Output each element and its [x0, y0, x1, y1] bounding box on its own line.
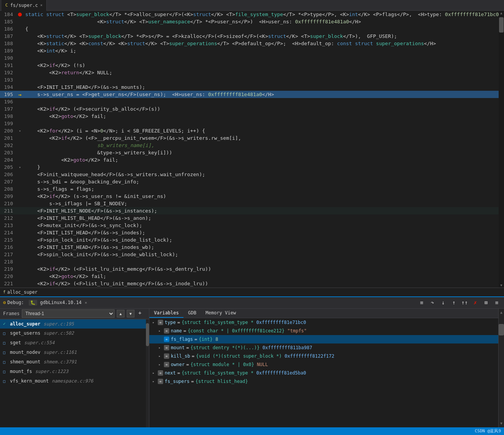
- code-content[interactable]: <K2>if</K2> (<F>list_lru_init_memcg</F>(…: [24, 280, 499, 287]
- debug-icon-menu[interactable]: ≡: [493, 298, 501, 307]
- code-row: 205▾ }: [0, 164, 499, 171]
- code-content[interactable]: <K2>return</K2> NULL;: [24, 69, 499, 76]
- code-content[interactable]: <F>INIT_HLIST_NODE</F>(&s->s_instances);: [24, 207, 499, 214]
- code-content[interactable]: <F>spin_lock_init</F>(&s->s_inode_list_l…: [24, 236, 499, 244]
- var-expand-icon[interactable]: ▸: [159, 344, 163, 352]
- scroll-up-btn[interactable]: ▲: [499, 309, 504, 316]
- var-item[interactable]: ▸=name={const char * | 0xffffffff81cee21…: [149, 327, 498, 335]
- debug-session-close[interactable]: ×: [85, 300, 87, 305]
- line-number: 191: [0, 62, 16, 69]
- thread-selector[interactable]: Thread-1: [22, 309, 115, 318]
- code-content[interactable]: [24, 76, 499, 83]
- code-content[interactable]: static struct <T>super_block</T> *<F>all…: [24, 11, 499, 18]
- code-content[interactable]: <F>INIT_HLIST_BL_HEAD</F>(&s->s_anon);: [24, 214, 499, 222]
- line-number: 215: [0, 236, 16, 244]
- frame-item[interactable]: □vfs_kern_mountnamespace.c:976: [0, 376, 149, 386]
- tab-variables[interactable]: Variables: [149, 309, 183, 318]
- frame-item[interactable]: □mount_nodevsuper.c:1161: [0, 348, 149, 357]
- code-content[interactable]: {: [24, 25, 499, 33]
- code-content[interactable]: <K2>goto</K2> fail;: [24, 273, 499, 280]
- var-item[interactable]: ▸=kill_sb={void (*)(struct super_block *…: [149, 352, 498, 360]
- frame-item[interactable]: □sgetsuper.c:554: [0, 338, 149, 348]
- code-content[interactable]: <K2>goto</K2> fail;: [24, 113, 499, 120]
- var-expand-icon[interactable]: ▸: [159, 327, 163, 335]
- code-content[interactable]: <F>spin_lock_init</F>(&s->s_inode_wblist…: [24, 251, 499, 258]
- code-row: 220 <K2>goto</K2> fail;: [0, 273, 499, 280]
- code-content[interactable]: <K2>goto</K2> fail;: [24, 156, 499, 164]
- code-row: 204 <K2>goto</K2> fail;: [0, 156, 499, 164]
- var-item[interactable]: ▸=owner={struct module * | 0x0} NULL: [149, 360, 498, 369]
- debug-icon-step-out[interactable]: ↑: [450, 298, 458, 307]
- breakpoint-dot[interactable]: [18, 13, 22, 16]
- fold-icon[interactable]: ▾: [19, 165, 21, 169]
- var-expand-icon[interactable]: ▸: [152, 319, 157, 326]
- tab-gdb[interactable]: GDB: [183, 309, 201, 318]
- tab-close-icon[interactable]: ×: [40, 3, 43, 7]
- tab-label: fs/super.c: [10, 3, 38, 8]
- var-expand-icon[interactable]: ▸: [159, 361, 163, 368]
- debug-icon-step-into[interactable]: ↓: [439, 298, 447, 307]
- var-item[interactable]: ▸=next={struct file_system_type * 0xffff…: [149, 369, 498, 377]
- debug-icon-grid[interactable]: ⊞: [482, 298, 490, 307]
- code-content[interactable]: <K2>for</K2> (i = <N>0</N>; i < SB_FREEZ…: [24, 127, 499, 134]
- debug-icon-stop[interactable]: ✗: [471, 298, 479, 307]
- code-content[interactable]: <K2>if</K2> (s->s_user_ns != &init_user_…: [24, 193, 499, 200]
- frame-add-btn[interactable]: +: [138, 310, 146, 317]
- frame-file: super.c:554: [24, 339, 54, 347]
- frame-item[interactable]: □mount_fssuper.c:1223: [0, 367, 149, 376]
- fold-icon[interactable]: ▾: [19, 129, 21, 133]
- code-content[interactable]: <F>INIT_LIST_HEAD</F>(&s->s_inodes_wb);: [24, 244, 499, 251]
- code-content[interactable]: [24, 98, 499, 105]
- code-content[interactable]: s->s_iflags |= SB_I_NODEV;: [24, 200, 499, 207]
- code-content[interactable]: s->s_bdi = &noop_backing_dev_info;: [24, 178, 499, 185]
- code-content[interactable]: s->s_user_ns = <F>get_user_ns</F>(user_n…: [24, 91, 499, 98]
- scroll-thumb[interactable]: [499, 324, 504, 335]
- code-content[interactable]: [24, 54, 499, 62]
- code-content[interactable]: [24, 120, 499, 127]
- code-content[interactable]: <K2>goto</K2> fail;: [24, 287, 499, 288]
- code-content[interactable]: <K2>if</K2> (<F>security_sb_alloc</F>(s)…: [24, 105, 499, 113]
- tab-memory-view[interactable]: Memory View: [201, 309, 241, 318]
- scroll-down-btn[interactable]: ▼: [499, 420, 504, 427]
- var-expand-icon[interactable]: ▸: [152, 378, 157, 385]
- editor-scrollbar[interactable]: ▲ ▼: [499, 11, 504, 288]
- code-content[interactable]: <K2>if</K2> (<F>list_lru_init_memcg</F>(…: [24, 265, 499, 273]
- code-content[interactable]: }: [24, 164, 499, 171]
- code-content[interactable]: <F>INIT_LIST_HEAD</F>(&s->s_mounts);: [24, 83, 499, 91]
- frame-file: super.c:1223: [35, 368, 69, 375]
- code-content[interactable]: s->s_flags = flags;: [24, 185, 499, 193]
- code-content[interactable]: &type->s_writers_key[i])): [24, 149, 499, 156]
- code-content[interactable]: <F>INIT_LIST_HEAD</F>(&s->s_inodes);: [24, 229, 499, 236]
- code-content[interactable]: <K>static</K> <K>const</K> <K>struct</K>…: [24, 40, 499, 47]
- code-row: 189 <K>int</K> i;: [0, 47, 499, 54]
- file-tab[interactable]: C fs/super.c ×: [2, 0, 47, 11]
- var-item[interactable]: ▸=mount={struct dentry *(*)(...)} 0xffff…: [149, 343, 498, 352]
- code-content[interactable]: <K>struct</K> <T>user_namespace</T> *<P>…: [24, 18, 499, 25]
- frame-nav-up[interactable]: ▲: [117, 310, 124, 317]
- code-content[interactable]: <K>struct</K> <T>super_block</T> *<P>s</…: [24, 33, 499, 40]
- code-content[interactable]: <K2>if</K2> (<F>__percpu_init_rwsem</F>(…: [24, 134, 499, 142]
- var-item[interactable]: =fs_flags={int} 8: [149, 335, 498, 343]
- debug-icon-step-over[interactable]: ↷: [428, 298, 437, 307]
- var-item[interactable]: ▸=fs_supers={struct hlist_head}: [149, 377, 498, 386]
- gutter-cell: [16, 76, 24, 83]
- debug-icon-continue[interactable]: ↑↑: [460, 298, 469, 307]
- var-item[interactable]: ▸=type={struct file_system_type * 0xffff…: [149, 318, 498, 327]
- code-row: 202 sb_writers_name[i],: [0, 142, 499, 149]
- frame-item[interactable]: ✓alloc_supersuper.c:195: [0, 319, 149, 329]
- code-content[interactable]: <K2>if</K2> (!s): [24, 62, 499, 69]
- code-content[interactable]: [24, 258, 499, 265]
- frame-active-indicator: □: [3, 329, 8, 337]
- debug-icon-frames[interactable]: ≡: [417, 298, 426, 307]
- code-content[interactable]: <K>int</K> i;: [24, 47, 499, 54]
- code-content[interactable]: <F>init_waitqueue_head</F>(&s->s_writers…: [24, 171, 499, 178]
- frame-item[interactable]: □sget_usernssuper.c:502: [0, 329, 149, 338]
- var-value: {int} 8: [199, 335, 218, 343]
- var-expand-icon[interactable]: ▸: [159, 352, 163, 360]
- frame-nav-down[interactable]: ▼: [127, 310, 134, 317]
- code-content[interactable]: sb_writers_name[i],: [24, 142, 499, 149]
- frame-item[interactable]: □shmen_mountshmem.c:3791: [0, 357, 149, 367]
- line-number: 198: [0, 113, 16, 120]
- var-expand-icon[interactable]: ▸: [152, 369, 157, 377]
- code-content[interactable]: <F>mutex_init</F>(&s->s_sync_lock);: [24, 222, 499, 229]
